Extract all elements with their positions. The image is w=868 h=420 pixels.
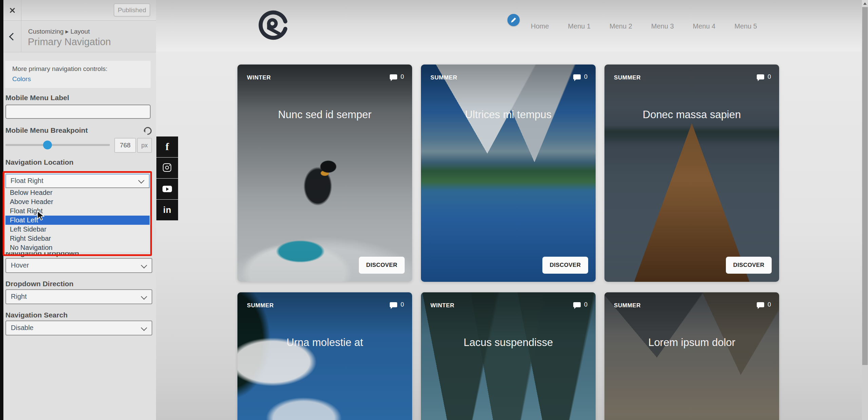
youtube-button[interactable] — [156, 179, 178, 199]
post-category[interactable]: WINTER — [430, 302, 455, 309]
comment-icon — [573, 302, 581, 307]
menu-item-menu2[interactable]: Menu 2 — [610, 22, 632, 30]
linkedin-button[interactable] — [156, 200, 178, 220]
image-overlay — [604, 292, 779, 420]
instagram-icon — [163, 163, 171, 172]
option-right-sidebar[interactable]: Right Sidebar — [5, 234, 150, 243]
post-title[interactable]: Urna molestie at — [237, 336, 412, 349]
comment-icon — [573, 74, 581, 79]
post-category[interactable]: SUMMER — [614, 74, 641, 81]
menu-item-menu3[interactable]: Menu 3 — [651, 22, 674, 30]
post-title[interactable]: Nunc sed id semper — [237, 109, 412, 121]
panel-header: Customizing ▸ Layout Primary Navigation — [3, 21, 156, 52]
post-card[interactable]: WINTER 0 Lacus suspendisse DISCOVER — [421, 292, 596, 420]
navigation-location-label: Navigation Location — [5, 158, 74, 166]
comment-count: 0 — [401, 301, 404, 308]
navigation-location-selected: Float Right — [11, 177, 43, 185]
option-float-right[interactable]: Float Right — [5, 206, 150, 216]
discover-button[interactable]: DISCOVER — [359, 257, 405, 274]
comment-icon — [390, 74, 397, 79]
navigation-search-select[interactable]: Disable — [5, 321, 152, 335]
menu-item-menu5[interactable]: Menu 5 — [734, 22, 757, 30]
menu-item-home[interactable]: Home — [531, 22, 549, 30]
option-no-navigation[interactable]: No Navigation — [5, 243, 150, 252]
option-below-header[interactable]: Below Header — [5, 188, 150, 197]
customizer-sidebar: Published Customizing ▸ Layout Primary N… — [0, 0, 156, 420]
page-scrollbar — [862, 0, 868, 420]
post-title[interactable]: Lorem ipsum dolor — [604, 336, 779, 349]
post-comments[interactable]: 0 — [573, 301, 587, 308]
navigation-dropdown-selected: Hover — [11, 261, 29, 269]
post-title[interactable]: Lacus suspendisse — [421, 336, 596, 349]
site-preview: Home Menu 1 Menu 2 Menu 3 Menu 4 Menu 5 … — [156, 0, 862, 420]
menu-item-menu4[interactable]: Menu 4 — [693, 22, 716, 30]
comment-icon — [757, 302, 764, 307]
post-category[interactable]: SUMMER — [247, 302, 274, 309]
post-card[interactable]: SUMMER 0 Donec massa sapien DISCOVER — [604, 65, 779, 282]
post-comments[interactable]: 0 — [390, 301, 404, 308]
comment-count: 0 — [401, 73, 404, 80]
youtube-icon — [162, 186, 172, 192]
info-text: More primary navigation controls: — [12, 65, 108, 73]
info-box: More primary navigation controls: Colors — [5, 61, 151, 88]
breakpoint-slider-thumb[interactable] — [43, 141, 52, 149]
social-sidebar — [156, 136, 178, 221]
breakpoint-unit: px — [137, 138, 152, 153]
navigation-location-options: Below Header Above Header Float Right Fl… — [5, 187, 150, 252]
option-above-header[interactable]: Above Header — [5, 197, 150, 206]
comment-icon — [757, 74, 764, 79]
post-category[interactable]: WINTER — [247, 74, 271, 81]
option-float-left[interactable]: Float Left — [5, 216, 150, 225]
breakpoint-slider-track[interactable] — [5, 144, 110, 146]
dropdown-direction-select[interactable]: Right — [5, 289, 152, 304]
mobile-menu-breakpoint-label: Mobile Menu Breakpoint — [5, 126, 88, 134]
post-comments[interactable]: 0 — [757, 301, 771, 308]
pencil-icon — [510, 17, 517, 23]
navigation-dropdown-select[interactable]: Hover — [5, 258, 152, 273]
post-title[interactable]: Donec massa sapien — [604, 109, 779, 121]
close-customizer-button[interactable] — [3, 0, 21, 20]
navigation-search-label: Navigation Search — [5, 311, 67, 319]
colors-link[interactable]: Colors — [12, 75, 31, 83]
dropdown-direction-label: Dropdown Direction — [5, 280, 74, 288]
post-title[interactable]: Ultrices mi tempus — [421, 109, 596, 121]
menu-item-menu1[interactable]: Menu 1 — [568, 22, 591, 30]
site-header: Home Menu 1 Menu 2 Menu 3 Menu 4 Menu 5 — [156, 0, 862, 52]
published-button[interactable]: Published — [114, 3, 150, 17]
app-root: Published Customizing ▸ Layout Primary N… — [0, 0, 868, 420]
facebook-button[interactable] — [156, 136, 178, 157]
post-comments[interactable]: 0 — [390, 73, 404, 80]
discover-button[interactable]: DISCOVER — [726, 257, 772, 274]
comment-count: 0 — [768, 73, 771, 80]
post-card[interactable]: SUMMER 0 Urna molestie at DISCOVER — [237, 292, 412, 420]
post-category[interactable]: SUMMER — [430, 74, 457, 81]
navigation-location-select[interactable]: Float Right — [5, 174, 150, 188]
customizer-topbar: Published — [3, 0, 156, 21]
edit-menu-button[interactable] — [507, 14, 520, 26]
reset-icon[interactable] — [142, 125, 153, 136]
post-comments[interactable]: 0 — [757, 73, 771, 80]
post-card[interactable]: SUMMER 0 Lorem ipsum dolor DISCOVER — [604, 292, 779, 420]
chevron-down-icon — [138, 177, 144, 183]
option-left-sidebar[interactable]: Left Sidebar — [5, 225, 150, 234]
back-button[interactable] — [3, 21, 21, 52]
breakpoint-value[interactable]: 768 — [114, 138, 136, 153]
breadcrumb: Customizing ▸ Layout — [28, 28, 90, 35]
comment-icon — [390, 302, 397, 307]
site-logo[interactable] — [256, 8, 291, 44]
post-grid: WINTER 0 Nunc sed id semper DISCOVER SUM… — [237, 65, 779, 420]
primary-navigation-menu: Home Menu 1 Menu 2 Menu 3 Menu 4 Menu 5 — [531, 22, 757, 30]
instagram-button[interactable] — [156, 158, 178, 178]
scrollbar-thumb[interactable] — [862, 7, 868, 365]
mobile-menu-label-input[interactable] — [5, 105, 151, 119]
post-comments[interactable]: 0 — [573, 73, 587, 80]
back-icon — [9, 33, 17, 41]
post-card[interactable]: SUMMER 0 Ultrices mi tempus DISCOVER — [421, 65, 596, 282]
post-category[interactable]: SUMMER — [614, 302, 641, 309]
image-overlay — [237, 65, 412, 282]
navigation-search-selected: Disable — [11, 324, 34, 332]
scroll-up-button[interactable] — [862, 0, 868, 7]
screen-left-edge — [0, 0, 3, 420]
discover-button[interactable]: DISCOVER — [542, 257, 588, 274]
post-card[interactable]: WINTER 0 Nunc sed id semper DISCOVER — [237, 65, 412, 282]
